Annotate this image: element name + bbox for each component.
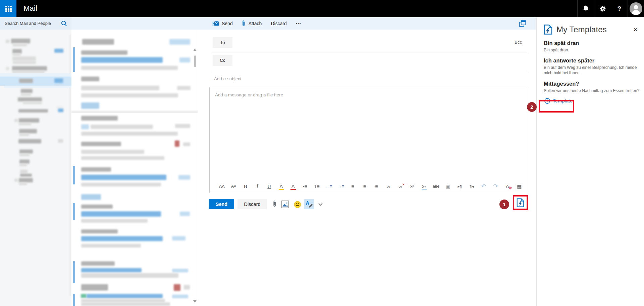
align-right-icon[interactable]: ≡ xyxy=(371,182,383,191)
font-color-icon[interactable]: A xyxy=(287,182,299,191)
template-item[interactable]: Ich antworte später Bin auf dem Weg zu e… xyxy=(544,57,644,76)
numbering-icon[interactable]: 1≡ xyxy=(311,182,323,191)
bell-icon xyxy=(583,5,589,12)
send-icon xyxy=(212,21,219,26)
font-size-icon[interactable]: A▾ xyxy=(228,182,240,191)
strikethrough-icon[interactable]: abc xyxy=(430,182,442,191)
redacted-text-block xyxy=(56,106,63,108)
template-item-body: Bin auf dem Weg zu einer Besprechung. Ic… xyxy=(544,65,640,76)
template-item[interactable]: Bin spät dran Bin spät dran. xyxy=(544,40,644,53)
open-in-new-window-button[interactable] xyxy=(518,19,527,28)
message-body-placeholder: Add a message or drag a file here xyxy=(215,92,283,97)
bold-icon[interactable]: B xyxy=(239,182,252,191)
more-options-chevron[interactable] xyxy=(317,202,323,207)
template-item[interactable]: Mittagessen? Sollen wir uns heute Nachmi… xyxy=(544,81,644,93)
sender xyxy=(82,39,114,45)
insert-image-icon[interactable]: ▣ xyxy=(442,182,454,191)
search-bar[interactable]: Search Mail and People xyxy=(0,17,71,30)
scrollbar-thumb[interactable] xyxy=(194,55,196,67)
redacted-text-block xyxy=(13,61,36,64)
redacted-text-block xyxy=(12,71,45,73)
top-bar: Mail ? xyxy=(0,0,644,17)
date xyxy=(172,236,185,241)
my-templates-addin-button[interactable] xyxy=(516,198,525,208)
scroll-up-arrow[interactable] xyxy=(193,49,197,51)
redacted-text-block xyxy=(12,56,36,61)
bcc-button[interactable]: Bcc xyxy=(515,40,522,45)
discard-command[interactable]: Discard xyxy=(271,21,286,26)
preview xyxy=(81,93,178,97)
formatting-options-toggle[interactable]: A xyxy=(304,199,314,209)
subject-input[interactable]: Add a subject xyxy=(214,76,523,81)
italic-icon[interactable]: I xyxy=(252,182,264,191)
insert-emoji-button[interactable] xyxy=(293,201,301,208)
cc-button[interactable]: Cc xyxy=(213,55,232,66)
ltr-icon[interactable]: ▸¶ xyxy=(454,182,466,191)
outdent-icon[interactable]: ←≡ xyxy=(323,182,335,191)
app-launcher-button[interactable] xyxy=(0,0,16,17)
rtl-icon[interactable]: ¶◂ xyxy=(466,182,478,191)
group-header xyxy=(81,194,101,200)
send-command-label: Send xyxy=(222,21,233,26)
send-button[interactable]: Send xyxy=(209,199,234,209)
superscript-icon[interactable]: x² xyxy=(406,182,418,191)
sender xyxy=(81,261,115,266)
template-list: Bin spät dran Bin spät dran. Ich antwort… xyxy=(544,40,644,93)
presence-indicator xyxy=(81,294,87,298)
message-body-input[interactable]: Add a message or drag a file here AA A▾ … xyxy=(209,87,526,193)
underline-icon[interactable]: U xyxy=(263,182,275,191)
add-template-button[interactable]: Template xyxy=(544,98,573,104)
date xyxy=(180,212,190,216)
attach-file-button[interactable] xyxy=(271,199,278,209)
preview xyxy=(81,244,141,248)
attach-command[interactable]: Attach xyxy=(242,20,262,27)
my-templates-icon xyxy=(517,198,524,207)
expand-chevron xyxy=(14,179,18,182)
clear-format-icon[interactable]: A xyxy=(501,182,514,191)
notifications-button[interactable] xyxy=(577,0,594,17)
indent-icon[interactable]: →≡ xyxy=(335,182,347,191)
attach-command-label: Attach xyxy=(249,21,262,26)
redo-icon[interactable]: ↷ xyxy=(490,182,502,191)
scroll-down-arrow[interactable] xyxy=(193,300,197,303)
discard-button[interactable]: Discard xyxy=(237,199,267,209)
send-command[interactable]: Send xyxy=(212,21,233,26)
help-button[interactable]: ? xyxy=(611,0,628,17)
font-family-icon[interactable]: AA xyxy=(216,182,228,191)
align-left-icon[interactable]: ≡ xyxy=(347,182,359,191)
message-list[interactable] xyxy=(71,30,198,306)
search-icon[interactable] xyxy=(61,20,67,27)
account-avatar-button[interactable] xyxy=(628,0,644,17)
unread-indicator xyxy=(73,261,75,283)
table-icon[interactable]: ▦ xyxy=(514,182,526,191)
subscript-icon[interactable]: x₂ xyxy=(418,182,430,191)
to-button[interactable]: To xyxy=(213,37,232,48)
redacted-text-block xyxy=(21,93,31,96)
settings-button[interactable] xyxy=(594,0,611,17)
expand-chevron xyxy=(6,40,9,43)
search-placeholder: Search Mail and People xyxy=(5,21,51,26)
bullets-icon[interactable]: •≡ xyxy=(299,182,311,191)
subject-unread xyxy=(87,294,163,298)
close-panel-button[interactable]: ✕ xyxy=(632,27,639,33)
sender xyxy=(81,167,111,172)
undo-icon[interactable]: ↶ xyxy=(478,182,490,191)
expand-chevron xyxy=(14,119,18,122)
avatar xyxy=(630,2,642,15)
highlight-icon[interactable]: A xyxy=(275,182,287,191)
subject-unread xyxy=(81,175,166,180)
insert-picture-button[interactable] xyxy=(281,200,289,208)
unlink-icon[interactable]: ∞ xyxy=(394,182,407,191)
link-icon[interactable]: ∞ xyxy=(382,182,394,191)
sender xyxy=(81,116,118,121)
align-center-icon[interactable]: ≡ xyxy=(359,182,371,191)
field-divider xyxy=(212,52,527,52)
annotation-step-2: 2 xyxy=(527,102,537,112)
compose-header-toolbar: Send Attach Discard ••• xyxy=(71,17,536,30)
date xyxy=(179,57,190,62)
folder-pane[interactable] xyxy=(0,30,71,306)
discard-command-label: Discard xyxy=(271,21,286,26)
preview xyxy=(81,156,164,160)
date xyxy=(183,142,190,146)
more-commands-button[interactable]: ••• xyxy=(296,21,302,25)
